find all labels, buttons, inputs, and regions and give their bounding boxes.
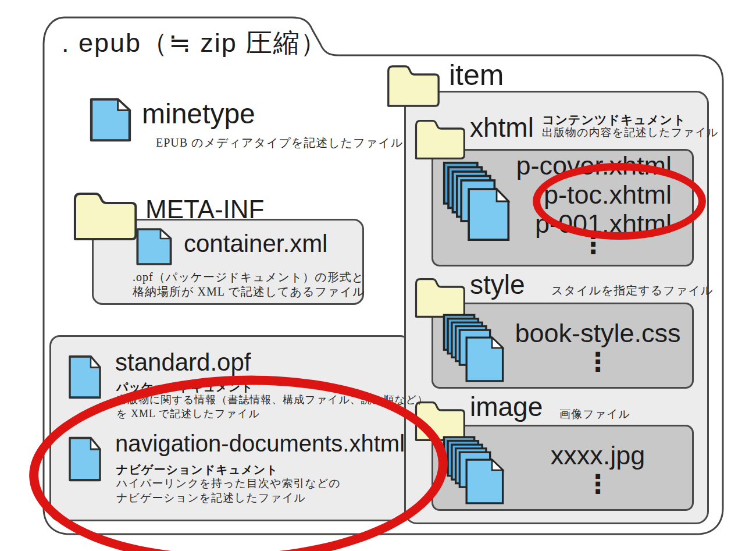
item-folder-name: item (449, 61, 504, 90)
image-folder-name: image (470, 393, 543, 420)
standard-opf-desc-line1: 出版物に関する情報（書誌情報、構成ファイル、読み順など） (116, 393, 428, 407)
meta-inf-folder-name: META-INF (145, 197, 265, 222)
filestack-icon-image (442, 435, 505, 505)
file-icon-navigation-documents (67, 435, 102, 483)
style-file-book-style: book-style.css (511, 319, 685, 348)
image-description: 画像ファイル (559, 407, 630, 421)
container-xml-desc-line2: 格納場所が XML で記述してあるファイル (133, 285, 365, 299)
image-file-xxxx-jpg: xxxx.jpg (511, 441, 685, 470)
standard-opf-desc-line2: を XML で記述したファイル (116, 407, 260, 421)
navigation-documents-filename: navigation-documents.xhtml (115, 432, 405, 455)
navigation-desc-line1: ハイパーリンクを持った目次や索引などの (116, 477, 341, 490)
xhtml-files-ellipsis: ⋮ (535, 233, 651, 256)
style-description: スタイルを指定するファイル (551, 283, 713, 298)
folder-icon-item (385, 63, 441, 109)
style-folder-name: style (470, 271, 525, 298)
file-icon-minetype (88, 97, 133, 143)
image-file-list: xxxx.jpg (511, 441, 685, 470)
xhtml-file-p-toc: p-toc.xhtml (494, 180, 672, 209)
xhtml-file-list: p-cover.xhtml p-toc.xhtml p-001.xhtml (494, 151, 672, 239)
folder-icon-xhtml (413, 118, 466, 162)
file-icon-standard-opf (67, 354, 102, 400)
standard-opf-filename: standard.opf (115, 350, 251, 375)
xhtml-folder-name: xhtml (470, 114, 534, 141)
folder-icon-meta-inf (71, 190, 138, 243)
file-icon-container-xml (135, 227, 173, 266)
container-xml-filename: container.xml (184, 232, 327, 256)
epub-structure-diagram: . epub（≒ zip 圧縮） minetype EPUB のメディアタイプを… (0, 0, 756, 551)
container-xml-desc-line1: .opf（パッケージドキュメント）の形式と (133, 270, 364, 285)
standard-opf-doc-type: パッケージドキュメント (116, 379, 254, 395)
minetype-description: EPUB のメディアタイプを記述したファイル (156, 136, 403, 150)
minetype-filename: minetype (142, 100, 255, 128)
xhtml-description: 出版物の内容を記述したファイル (542, 126, 719, 140)
style-files-ellipsis: ⋮ (540, 350, 656, 374)
image-files-ellipsis: ⋮ (540, 472, 656, 496)
epub-title: . epub（≒ zip 圧縮） (62, 26, 327, 61)
filestack-icon-style (442, 313, 505, 383)
navigation-doc-type: ナビゲーションドキュメント (116, 462, 279, 478)
xhtml-file-p-cover: p-cover.xhtml (494, 151, 672, 180)
style-file-list: book-style.css (511, 319, 685, 348)
navigation-desc-line2: ナビゲーションを記述したファイル (116, 491, 306, 505)
